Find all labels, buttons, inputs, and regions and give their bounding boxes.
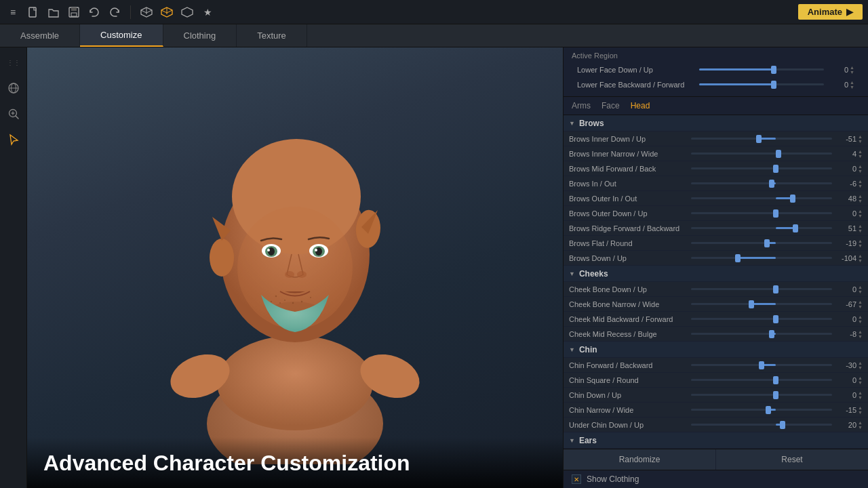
slider-label: Chin Forward / Backward: [569, 361, 691, 369]
slider-value: 0: [832, 391, 856, 399]
active-region-section: Active Region Lower Face Down / Up 0 ▲ ▼…: [564, 47, 868, 97]
slider-brows-outer-in: Brows Outer In / Out 48 ▲▼: [564, 191, 868, 206]
right-panel: Active Region Lower Face Down / Up 0 ▲ ▼…: [563, 47, 868, 488]
section-label: Brows: [579, 119, 604, 128]
slider-track-wrap[interactable]: [699, 80, 824, 89]
animate-button[interactable]: Animate ▶: [798, 4, 863, 20]
slider-thumb[interactable]: [771, 81, 776, 89]
cat-arms[interactable]: Arms: [572, 101, 591, 110]
tab-texture[interactable]: Texture: [237, 24, 307, 47]
star-icon[interactable]: ★: [200, 5, 215, 20]
svg-point-12: [217, 336, 373, 430]
section-label: Cheeks: [579, 269, 608, 279]
title-overlay: Advanced Character Customization: [27, 437, 563, 488]
slider-track: [699, 68, 824, 70]
slider-arrows: ▲ ▼: [850, 65, 854, 75]
left-toolbar: ⋮⋮: [0, 47, 27, 488]
slider-brows-inner-down: Brows Inner Down / Up -51 ▲▼: [564, 131, 868, 146]
slider-value: -6: [832, 180, 856, 188]
zoom-tool[interactable]: [4, 104, 23, 123]
section-ears[interactable]: ▼ Ears: [564, 432, 868, 449]
slider-cheek-mid-recess: Cheek Mid Recess / Bulge -8 ▲▼: [564, 327, 868, 342]
cat-face[interactable]: Face: [601, 101, 620, 110]
slider-fill: [699, 68, 774, 70]
save-icon[interactable]: [66, 5, 81, 20]
tab-assemble[interactable]: Assemble: [0, 24, 80, 47]
slider-brows-inner-narrow: Brows Inner Narrow / Wide 4 ▲▼: [564, 146, 868, 161]
active-region-label: Active Region: [572, 52, 860, 60]
sliders-area: ▼ Brows Brows Inner Down / Up -51 ▲▼ Bro…: [564, 115, 868, 470]
slider-label: Brows Outer Down / Up: [569, 209, 691, 218]
panel-resize-handle[interactable]: [557, 47, 563, 488]
slider-track-wrap[interactable]: [699, 65, 824, 75]
slider-value: 0: [824, 66, 848, 74]
svg-point-40: [271, 301, 272, 302]
svg-point-36: [292, 302, 294, 304]
svg-point-37: [279, 302, 281, 304]
slider-up[interactable]: ▲: [850, 65, 854, 70]
slider-value: 0: [832, 165, 856, 173]
orbit-tool[interactable]: [4, 79, 23, 98]
slider-label: Cheek Mid Recess / Bulge: [569, 330, 691, 338]
show-clothing-checkbox[interactable]: ✕: [572, 474, 581, 484]
section-cheeks[interactable]: ▼ Cheeks: [564, 266, 868, 282]
slider-down[interactable]: ▼: [850, 70, 854, 75]
slider-label: Brows Inner Narrow / Wide: [569, 150, 691, 158]
animate-icon: ▶: [846, 7, 853, 17]
svg-rect-0: [29, 7, 36, 17]
cat-head[interactable]: Head: [631, 101, 650, 110]
slider-value: 48: [832, 195, 856, 203]
slider-cheek-bone-narrow: Cheek Bone Narrow / Wide -67 ▲▼: [564, 297, 868, 312]
character-viewport: [27, 47, 563, 488]
slider-value: -104: [832, 254, 856, 262]
3d-icon-2[interactable]: [159, 5, 174, 20]
svg-rect-2: [71, 7, 77, 11]
slider-cheek-mid-back: Cheek Mid Backward / Forward 0 ▲▼: [564, 312, 868, 327]
viewport-title: Advanced Character Customization: [43, 451, 547, 476]
slider-brows-down: Brows Down / Up -104 ▲▼: [564, 251, 868, 266]
slider-chin-square: Chin Square / Round 0 ▲▼: [564, 373, 868, 388]
select-tool[interactable]: [4, 130, 23, 149]
redo-icon[interactable]: [107, 5, 122, 20]
slider-arrows: ▲ ▼: [850, 80, 854, 89]
3d-icon-3[interactable]: [180, 5, 195, 20]
new-file-icon[interactable]: [26, 5, 41, 20]
animate-label: Animate: [808, 7, 842, 17]
undo-icon[interactable]: [87, 5, 102, 20]
randomize-button[interactable]: Randomize: [564, 449, 716, 470]
slider-value: 4: [832, 150, 856, 158]
slider-down[interactable]: ▼: [850, 85, 854, 89]
slider-label: Lower Face Down / Up: [577, 66, 699, 74]
section-arrow: ▼: [569, 120, 575, 127]
slider-label: Cheek Bone Down / Up: [569, 285, 691, 293]
svg-point-32: [297, 271, 307, 278]
slider-row-lower-face-back: Lower Face Backward / Forward 0 ▲ ▼: [572, 77, 860, 92]
slider-fill: [699, 83, 774, 85]
slider-value: 0: [824, 81, 848, 89]
slider-label: Chin Down / Up: [569, 391, 691, 399]
slider-thumb[interactable]: [771, 66, 776, 74]
slider-up[interactable]: ▲: [850, 80, 854, 85]
slider-brows-flat: Brows Flat / Round -19 ▲▼: [564, 236, 868, 251]
section-brows[interactable]: ▼ Brows: [564, 115, 868, 131]
3d-icon-1[interactable]: [139, 5, 154, 20]
svg-point-35: [284, 300, 285, 301]
slider-brows-in-out: Brows In / Out -6 ▲▼: [564, 176, 868, 191]
slider-label: Brows Flat / Round: [569, 239, 691, 247]
slider-value: 0: [832, 315, 856, 323]
tab-customize[interactable]: Customize: [80, 24, 163, 47]
drag-handle: ⋮⋮: [4, 53, 23, 72]
nav-tabs: Assemble Customize Clothing Texture: [0, 24, 868, 47]
svg-point-31: [285, 271, 294, 278]
tab-clothing[interactable]: Clothing: [163, 24, 237, 47]
section-chin[interactable]: ▼ Chin: [564, 342, 868, 358]
slider-value: 0: [832, 209, 856, 218]
slider-label: Under Chin Down / Up: [569, 421, 691, 429]
slider-value: -19: [832, 239, 856, 247]
slider-value: -8: [832, 330, 856, 338]
reset-button[interactable]: Reset: [716, 449, 868, 470]
open-icon[interactable]: [46, 5, 61, 20]
viewport[interactable]: Advanced Character Customization: [27, 47, 563, 488]
svg-rect-3: [71, 13, 77, 16]
menu-icon[interactable]: ≡: [5, 5, 20, 20]
